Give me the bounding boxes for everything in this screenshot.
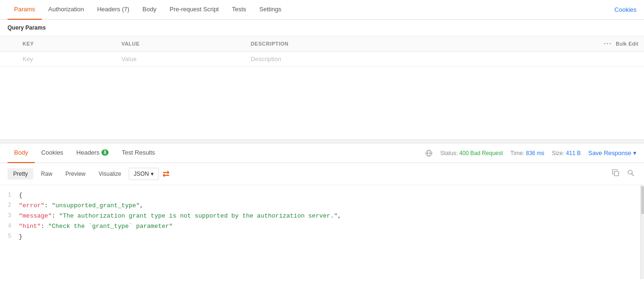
col-key: KEY xyxy=(17,36,116,52)
status-value: 400 Bad Request xyxy=(459,150,503,156)
time-label: Time: 836 ms xyxy=(511,150,544,156)
language-label: JSON xyxy=(134,171,149,177)
line-content: "message": "The authorization grant type… xyxy=(19,212,341,219)
format-bar-left: Pretty Raw Preview Visualize JSON ▾ ⇄ xyxy=(8,167,171,181)
query-params-header: Query Params xyxy=(0,20,644,36)
size-label: Size: 411 B xyxy=(552,150,581,156)
status-label: Status: 400 Bad Request xyxy=(440,150,503,156)
globe-icon xyxy=(425,149,433,157)
code-line-4: 4 "hint": "Check the `grant_type` parame… xyxy=(0,222,644,232)
response-tabs-left: Body Cookies Headers 8 Test Results xyxy=(8,143,162,163)
description-col-label: DESCRIPTION xyxy=(251,41,289,47)
tab-authorization[interactable]: Authorization xyxy=(42,0,91,20)
params-table-wrapper: KEY VALUE DESCRIPTION ··· Bulk Edit Key … xyxy=(0,36,644,140)
fmt-preview[interactable]: Preview xyxy=(60,168,91,180)
resp-tab-test-results[interactable]: Test Results xyxy=(115,143,162,163)
tab-settings[interactable]: Settings xyxy=(253,0,288,20)
search-icon[interactable] xyxy=(625,167,636,180)
line-number: 1 xyxy=(0,192,19,198)
cookies-link[interactable]: Cookies xyxy=(614,6,636,13)
svg-rect-3 xyxy=(614,172,619,176)
code-line-1: 1 { xyxy=(0,191,644,201)
key-cell[interactable]: Key xyxy=(17,52,116,67)
response-tab-bar: Body Cookies Headers 8 Test Results Stat… xyxy=(0,143,644,163)
code-area: 1 { 2 "error": "unsupported_grant_type",… xyxy=(0,185,644,279)
col-value: VALUE xyxy=(116,36,245,52)
resp-tab-body[interactable]: Body xyxy=(8,143,35,163)
save-response-button[interactable]: Save Response ▾ xyxy=(588,149,636,156)
line-number: 2 xyxy=(0,202,19,209)
vertical-scrollbar[interactable] xyxy=(640,185,644,279)
more-icon[interactable]: ··· xyxy=(604,40,612,47)
headers-badge: 8 xyxy=(101,149,109,156)
code-line-3: 3 "message": "The authorization grant ty… xyxy=(0,211,644,222)
copy-icon[interactable] xyxy=(610,167,621,180)
chevron-down-icon: ▾ xyxy=(151,171,154,177)
time-value: 836 ms xyxy=(526,150,544,156)
resp-tab-headers[interactable]: Headers 8 xyxy=(70,143,116,163)
tab-params[interactable]: Params xyxy=(8,0,42,20)
desc-cell[interactable]: Description xyxy=(245,52,644,67)
scrollbar-thumb[interactable] xyxy=(641,186,644,214)
line-number: 3 xyxy=(0,212,19,219)
line-content: "hint": "Check the `grant_type` paramete… xyxy=(19,223,173,230)
top-tabs-left: Params Authorization Headers (7) Body Pr… xyxy=(8,0,288,20)
tab-pre-request[interactable]: Pre-request Script xyxy=(163,0,225,20)
fmt-raw[interactable]: Raw xyxy=(35,168,58,180)
line-number: 4 xyxy=(0,223,19,229)
format-bar-right xyxy=(610,167,636,180)
chevron-down-icon: ▾ xyxy=(633,149,636,156)
bulk-edit-button[interactable]: Bulk Edit xyxy=(616,41,638,47)
json-output: 1 { 2 "error": "unsupported_grant_type",… xyxy=(0,185,644,248)
fmt-visualize[interactable]: Visualize xyxy=(93,168,127,180)
line-number: 5 xyxy=(0,233,19,240)
top-tab-bar: Params Authorization Headers (7) Body Pr… xyxy=(0,0,644,20)
tab-tests[interactable]: Tests xyxy=(225,0,253,20)
size-value: 411 B xyxy=(566,150,581,156)
wrap-button[interactable]: ⇄ xyxy=(161,167,171,181)
language-select[interactable]: JSON ▾ xyxy=(129,168,159,180)
fmt-pretty[interactable]: Pretty xyxy=(8,168,33,180)
format-bar: Pretty Raw Preview Visualize JSON ▾ ⇄ xyxy=(0,163,644,185)
tab-headers[interactable]: Headers (7) xyxy=(91,0,136,20)
response-meta: Status: 400 Bad Request Time: 836 ms Siz… xyxy=(425,149,636,157)
value-cell[interactable]: Value xyxy=(116,52,245,67)
line-content: } xyxy=(19,233,23,240)
line-content: "error": "unsupported_grant_type", xyxy=(19,202,143,209)
table-row: Key Value Description xyxy=(0,52,644,67)
tab-body[interactable]: Body xyxy=(136,0,163,20)
params-table: KEY VALUE DESCRIPTION ··· Bulk Edit Key … xyxy=(0,36,644,67)
line-content: { xyxy=(19,192,23,199)
svg-line-5 xyxy=(632,174,634,176)
col-description: DESCRIPTION ··· Bulk Edit xyxy=(245,36,644,52)
code-line-2: 2 "error": "unsupported_grant_type", xyxy=(0,201,644,211)
resp-tab-cookies[interactable]: Cookies xyxy=(35,143,70,163)
code-line-5: 5 } xyxy=(0,232,644,242)
